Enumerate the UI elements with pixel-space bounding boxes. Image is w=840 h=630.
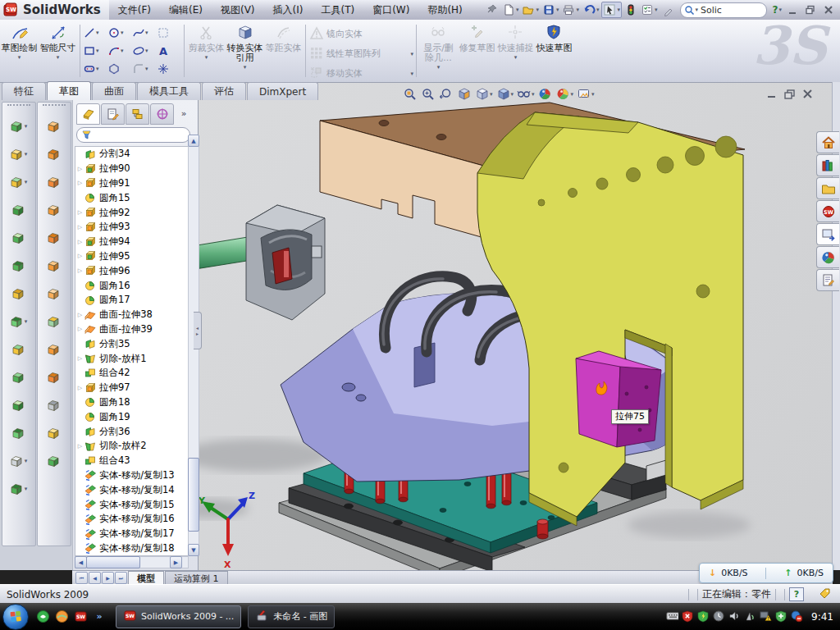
view-orientation-icon[interactable]: ▾ xyxy=(474,86,494,103)
expand-arrow-icon[interactable]: ▷ xyxy=(75,312,84,318)
clamp-block[interactable] xyxy=(246,205,325,320)
tree-vscroll-thumb[interactable] xyxy=(188,458,199,532)
parting-line-tool[interactable] xyxy=(39,112,67,139)
apply-scene-icon[interactable]: ▾ xyxy=(555,86,575,103)
tab-评估[interactable]: 评估 xyxy=(202,82,246,100)
tree-item-曲面-拉伸39[interactable]: ▷曲面-拉伸39 xyxy=(75,322,188,337)
next-tab-button[interactable]: ▶ xyxy=(102,572,114,584)
task-pane-tab-design-library[interactable] xyxy=(816,154,839,176)
task-pane-tab-solidworks-search[interactable]: SW xyxy=(816,200,839,222)
panel-tab-property-manager[interactable] xyxy=(101,103,125,125)
tree-item-曲面-拉伸38[interactable]: ▷曲面-拉伸38 xyxy=(75,308,188,322)
expand-arrow-icon[interactable]: ▷ xyxy=(75,355,84,362)
point-tool-icon[interactable] xyxy=(157,60,181,78)
menu-6[interactable]: 窗口(W) xyxy=(363,1,418,20)
toolbar-button-move-entities[interactable]: 移动实体▾ xyxy=(308,65,413,82)
pattern-tool[interactable]: ▾ xyxy=(4,308,32,335)
tree-item-圆角16[interactable]: 圆角16 xyxy=(75,278,188,293)
toolbar-button-display-delete-relations[interactable]: 显示/删除几...▾ xyxy=(419,20,458,82)
tree-item-组合43[interactable]: 组合43 xyxy=(75,454,188,468)
undercut-analysis-tool[interactable] xyxy=(39,168,67,195)
lofted-boss-tool[interactable] xyxy=(4,196,32,223)
draft-tool[interactable] xyxy=(4,363,32,390)
tree-scroll-up-button[interactable]: ▲ xyxy=(188,135,199,147)
toolbar-button-rapid-sketch[interactable]: 快速草图 xyxy=(535,20,573,82)
tree-item-切除-放样2[interactable]: ▷切除-放样2 xyxy=(75,439,188,454)
tree-item-拉伸97[interactable]: ▷拉伸97 xyxy=(75,381,188,395)
graphics-viewport[interactable]: Y Z X ▾▾▾▾▾ 拉伸75 xyxy=(197,82,833,570)
tray-security-alert-icon[interactable] xyxy=(682,610,694,623)
arc-tool-icon[interactable]: ▾ xyxy=(107,42,132,60)
sprue-rod[interactable] xyxy=(197,237,252,270)
revolved-boss-tool[interactable]: ▾ xyxy=(4,140,32,167)
panel-tab-dimxpert-manager[interactable] xyxy=(150,103,174,125)
reference-geometry-tool[interactable]: ▾ xyxy=(4,447,32,474)
move-face-tool[interactable] xyxy=(39,363,67,390)
tree-item-实体-移动/复制15[interactable]: 实体-移动/复制15 xyxy=(75,497,188,512)
text-tool-icon[interactable]: A xyxy=(157,42,181,60)
tree-item-拉伸96[interactable]: ▷拉伸96 xyxy=(75,263,188,278)
start-button[interactable] xyxy=(2,604,29,630)
ruled-surface-tool[interactable] xyxy=(39,252,67,279)
tab-模具工具[interactable]: 模具工具 xyxy=(137,82,201,100)
circle-tool-icon[interactable]: ▾ xyxy=(107,24,132,42)
tree-scroll-down-button[interactable]: ▼ xyxy=(188,544,199,556)
shut-off-surface-tool[interactable] xyxy=(39,224,67,251)
toolbar-button-trim[interactable]: 剪裁实体▾ xyxy=(187,20,226,82)
quick-launch-browser-sphere-icon[interactable] xyxy=(55,609,69,623)
return-pin[interactable] xyxy=(537,519,548,539)
core-tool[interactable] xyxy=(39,336,67,363)
toolbar-button-quick-snaps[interactable]: 快速捕捉▾ xyxy=(496,20,535,82)
tree-item-分割36[interactable]: 分割36 xyxy=(75,424,188,439)
tag-icon[interactable] xyxy=(819,587,832,602)
menu-2[interactable]: 编辑(E) xyxy=(160,1,212,20)
edit-appearance-icon[interactable] xyxy=(537,86,554,103)
tray-language-keyboard-icon[interactable] xyxy=(666,610,678,623)
cavity-tool[interactable] xyxy=(39,419,67,446)
task-button-未命名 - 画图[interactable]: 未命名 - 画图 xyxy=(248,605,335,628)
tree-item-分割35[interactable]: 分割35 xyxy=(75,336,188,351)
new-icon[interactable]: ▾ xyxy=(501,2,520,17)
tray-system-update-icon[interactable] xyxy=(713,610,725,623)
model-tab-运动算例 1[interactable]: 运动算例 1 xyxy=(165,571,228,585)
spline-tool-icon[interactable]: ▾ xyxy=(132,24,157,42)
view-settings-icon[interactable]: ▾ xyxy=(576,86,596,103)
ellipse-tool-icon[interactable]: ▾ xyxy=(132,42,157,60)
tree-item-圆角19[interactable]: 圆角19 xyxy=(75,409,188,424)
delete-body-tool[interactable] xyxy=(39,391,67,418)
extruded-cut-tool[interactable] xyxy=(4,252,32,279)
tree-scroll-left-button[interactable]: ◀ xyxy=(75,556,87,568)
expand-arrow-icon[interactable]: ▷ xyxy=(75,443,84,450)
task-pane-tab-appearances-scenes[interactable] xyxy=(816,246,839,268)
tree-scroll-right-button[interactable]: ▶ xyxy=(170,556,182,568)
planar-surface-tool[interactable] xyxy=(39,280,67,307)
quick-launch-messenger-icon[interactable] xyxy=(36,609,50,623)
task-pane-tab-solidworks-resources[interactable] xyxy=(816,131,839,153)
task-pane-tab-file-explorer[interactable] xyxy=(816,177,839,199)
tree-item-拉伸90[interactable]: ▷拉伸90 xyxy=(75,162,188,176)
tray-sync-blocked-icon[interactable] xyxy=(791,610,803,623)
sketch-fillet-tool-icon[interactable]: ▾ xyxy=(132,60,157,78)
polygon-tool-icon[interactable] xyxy=(107,60,132,78)
expand-arrow-icon[interactable]: ▷ xyxy=(75,385,84,391)
save-icon[interactable]: ▾ xyxy=(541,2,560,17)
rebuild-icon[interactable] xyxy=(623,2,638,17)
zoom-fit-icon[interactable] xyxy=(402,86,418,103)
panel-tab-overflow[interactable]: » xyxy=(175,103,193,123)
pin-icon[interactable] xyxy=(485,2,500,17)
task-pane-tab-custom-properties[interactable] xyxy=(816,269,839,291)
curve-tool[interactable]: ▾ xyxy=(4,475,32,502)
first-tab-button[interactable]: ⏮ xyxy=(75,572,88,584)
tree-item-拉伸94[interactable]: ▷拉伸94 xyxy=(75,235,188,249)
doc-restore-button[interactable] xyxy=(783,89,797,102)
menu-3[interactable]: 视图(V) xyxy=(212,1,264,20)
tree-item-实体-移动/复制13[interactable]: 实体-移动/复制13 xyxy=(75,468,188,483)
quick-launch-chevron-more-icon[interactable]: » xyxy=(93,609,107,623)
tab-曲面[interactable]: 曲面 xyxy=(92,82,136,100)
assembly-model[interactable]: Y Z X xyxy=(197,82,833,570)
menu-5[interactable]: 工具(T) xyxy=(312,1,363,20)
boss-extrude-tool[interactable]: ▾ xyxy=(4,112,32,139)
tree-item-圆角18[interactable]: 圆角18 xyxy=(75,395,188,410)
toolbar-button-mirror-entities[interactable]: 镜向实体 xyxy=(308,25,413,43)
selection-frame-tool-icon[interactable] xyxy=(157,24,181,42)
